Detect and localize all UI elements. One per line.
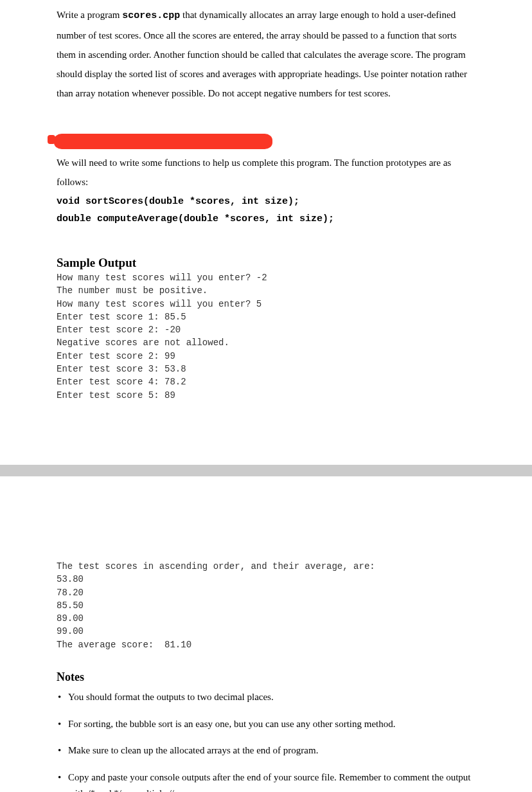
followup-paragraph: We will need to write some functions to … xyxy=(57,153,475,192)
page-break-gap xyxy=(0,465,532,476)
document-page: Write a program scores.cpp that dynamica… xyxy=(0,0,532,792)
sample-output-heading: Sample Output xyxy=(57,256,475,270)
note-item: For sorting, the bubble sort is an easy … xyxy=(57,716,475,733)
intro-code: scores.cpp xyxy=(122,10,180,21)
note-item: Copy and paste your console outputs afte… xyxy=(57,770,475,792)
redaction-mark xyxy=(54,134,272,149)
intro-suffix: that dynamically allocates an array larg… xyxy=(57,10,467,98)
notes-heading: Notes xyxy=(57,670,475,684)
intro-paragraph: Write a program scores.cpp that dynamica… xyxy=(57,0,475,103)
sample-output-top: How many test scores will you enter? -2 … xyxy=(57,271,475,402)
prototype-line-2: double computeAverage(double *scores, in… xyxy=(57,210,475,228)
sample-output-bottom: The test scores in ascending order, and … xyxy=(57,560,475,651)
notes-list: You should format the outputs to two dec… xyxy=(57,689,475,792)
note-item: Make sure to clean up the allocated arra… xyxy=(57,742,475,759)
function-prototypes: void sortScores(double *scores, int size… xyxy=(57,193,475,228)
prototype-line-1: void sortScores(double *scores, int size… xyxy=(57,193,475,210)
intro-prefix: Write a program xyxy=(57,10,122,20)
note-item: You should format the outputs to two dec… xyxy=(57,689,475,706)
